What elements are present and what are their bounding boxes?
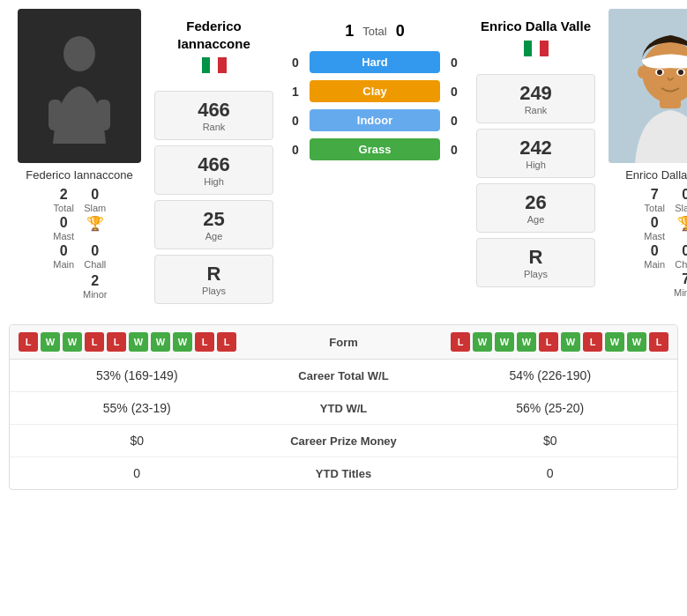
player2-age-val: 26 bbox=[481, 191, 591, 214]
p1-ytd-wl: 55% (23-19) bbox=[19, 401, 256, 415]
player1-rank-box: 466 Rank bbox=[154, 91, 273, 140]
player2-total-stat: 7 Total bbox=[642, 187, 667, 213]
player2-rank-lbl: Rank bbox=[481, 105, 591, 115]
prize-label: Career Prize Money bbox=[256, 434, 432, 448]
hard-btn[interactable]: Hard bbox=[310, 51, 440, 73]
player1-high-box: 466 High bbox=[154, 145, 273, 195]
player1-left-col: Federico Iannaccone 2 Total 0 Slam 0 Mas… bbox=[9, 9, 150, 315]
p1-form-10: L bbox=[217, 332, 236, 352]
clay-score-right: 0 bbox=[445, 85, 463, 99]
svg-point-10 bbox=[638, 66, 646, 78]
player2-minor-lbl: Minor bbox=[674, 287, 687, 298]
p1-form-5: L bbox=[107, 332, 126, 352]
p1-titles: 0 bbox=[19, 466, 256, 480]
p2-titles: 0 bbox=[432, 466, 669, 480]
player1-total-lbl: Total bbox=[54, 203, 74, 213]
player2-age-lbl: Age bbox=[481, 214, 591, 225]
player2-mast-stat: 0 Mast bbox=[642, 215, 667, 241]
player1-plays-val: R bbox=[159, 263, 269, 286]
p1-form-9: L bbox=[195, 332, 214, 352]
player2-photo bbox=[609, 9, 687, 163]
player2-form-badges: L W W W L W L W W L bbox=[414, 332, 669, 352]
titles-label: YTD Titles bbox=[256, 467, 432, 480]
player2-name: Enrico Dalla Valle bbox=[625, 168, 687, 182]
grass-btn[interactable]: Grass bbox=[310, 138, 440, 160]
player2-minor-stat: 7 Minor bbox=[674, 271, 687, 298]
p2-form-6: W bbox=[561, 332, 580, 352]
svg-point-8 bbox=[657, 70, 662, 75]
player1-plays-lbl: Plays bbox=[159, 286, 269, 296]
p2-form-5: L bbox=[539, 332, 558, 352]
player2-total-lbl: Total bbox=[645, 203, 665, 213]
player1-main-stat: 0 Main bbox=[51, 243, 76, 270]
p2-prize: $0 bbox=[432, 434, 669, 448]
p1-career-wl: 53% (169-149) bbox=[19, 368, 256, 382]
player2-trophy-icon: 🏆 bbox=[677, 215, 687, 232]
player2-slam-lbl: Slam bbox=[675, 203, 687, 213]
player1-mast-val: 0 bbox=[60, 215, 68, 231]
bottom-section: L W W L L W W W L L Form L W W W L W L W bbox=[9, 324, 678, 490]
form-label: Form bbox=[273, 336, 414, 349]
player2-trophy: 🏆 bbox=[674, 215, 687, 241]
player2-minor-empty bbox=[642, 271, 667, 298]
player2-flag-container bbox=[524, 41, 549, 66]
indoor-btn[interactable]: Indoor bbox=[310, 109, 440, 131]
surface-row-indoor: 0 Indoor 0 bbox=[278, 109, 472, 131]
player1-age-val: 25 bbox=[159, 208, 269, 231]
player2-panel-name: Enrico Dalla Valle bbox=[481, 18, 591, 35]
surface-row-clay: 1 Clay 0 bbox=[278, 80, 472, 102]
svg-rect-2 bbox=[97, 100, 110, 130]
player2-flag bbox=[524, 41, 549, 56]
player2-name-label: Enrico Dalla Valle bbox=[481, 18, 591, 35]
ytd-wl-row: 55% (23-19) YTD W/L 56% (25-20) bbox=[10, 392, 677, 425]
p2-ytd-wl: 56% (25-20) bbox=[432, 401, 669, 415]
p1-form-4: L bbox=[85, 332, 104, 352]
svg-point-0 bbox=[63, 36, 95, 71]
player1-name: Federico Iannaccone bbox=[26, 168, 132, 182]
player2-plays-val: R bbox=[481, 246, 591, 269]
player2-total-val: 7 bbox=[651, 187, 659, 203]
grass-score-left: 0 bbox=[287, 143, 304, 157]
clay-btn[interactable]: Clay bbox=[310, 80, 440, 102]
player1-panel-name: Federico Iannaccone bbox=[154, 18, 273, 52]
p1-form-2: W bbox=[41, 332, 60, 352]
player2-high-box: 242 High bbox=[476, 129, 595, 178]
player1-rank-lbl: Rank bbox=[159, 122, 269, 132]
center-column: 1 Total 0 0 Hard 0 1 Clay 0 0 Indoor 0 bbox=[278, 9, 472, 315]
player1-high-val: 466 bbox=[159, 153, 269, 176]
player1-minor-lbl: Minor bbox=[83, 289, 108, 300]
hard-score-left: 0 bbox=[287, 56, 304, 70]
player2-chall-val: 0 bbox=[682, 243, 687, 259]
p1-prize: $0 bbox=[19, 434, 256, 448]
p2-career-wl: 54% (226-190) bbox=[432, 368, 669, 382]
player2-high-val: 242 bbox=[481, 137, 591, 160]
prize-money-row: $0 Career Prize Money $0 bbox=[10, 425, 677, 457]
player2-stats-panel: Enrico Dalla Valle 249 Rank 242 High 26 … bbox=[472, 9, 600, 315]
player1-total-stat: 2 Total bbox=[51, 187, 76, 213]
player1-mast-stat: 0 Mast bbox=[51, 215, 76, 241]
career-wl-label: Career Total W/L bbox=[256, 369, 432, 382]
player2-stats: 7 Total 0 Slam 0 Mast 🏆 0 Main bbox=[642, 187, 687, 298]
player1-chall-lbl: Chall bbox=[84, 259, 106, 270]
surface-row-grass: 0 Grass 0 bbox=[278, 138, 472, 160]
player1-total-val: 2 bbox=[60, 187, 68, 203]
player1-trophy-icon: 🏆 bbox=[86, 215, 104, 232]
player1-trophy: 🏆 bbox=[83, 215, 108, 241]
p1-form-6: W bbox=[129, 332, 148, 352]
form-row: L W W L L W W W L L Form L W W W L W L W bbox=[10, 325, 677, 360]
p2-form-7: L bbox=[583, 332, 602, 352]
p1-form-7: W bbox=[151, 332, 170, 352]
player2-minor-val: 7 bbox=[682, 271, 687, 287]
player1-main-lbl: Main bbox=[53, 259, 74, 270]
player2-chall-lbl: Chall bbox=[675, 259, 687, 270]
hard-score-right: 0 bbox=[445, 56, 463, 70]
player2-age-box: 26 Age bbox=[476, 183, 595, 233]
main-container: Federico Iannaccone 2 Total 0 Slam 0 Mas… bbox=[0, 0, 687, 499]
p2-form-8: W bbox=[605, 332, 624, 352]
player1-plays-box: R Plays bbox=[154, 255, 273, 304]
player2-mast-val: 0 bbox=[651, 215, 659, 231]
clay-score-left: 1 bbox=[287, 85, 304, 99]
player1-slam-lbl: Slam bbox=[84, 203, 106, 213]
player1-minor-val: 2 bbox=[91, 273, 99, 289]
player2-right-col: Enrico Dalla Valle 7 Total 0 Slam 0 Mast… bbox=[600, 9, 687, 315]
